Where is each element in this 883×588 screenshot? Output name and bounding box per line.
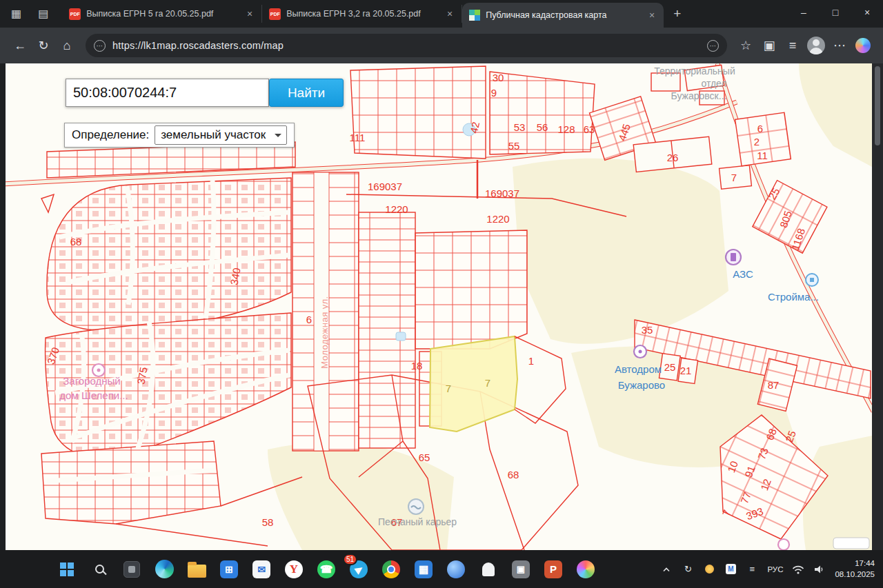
edge-icon <box>155 560 174 578</box>
chrome-icon <box>382 560 400 578</box>
powerpoint-icon: P <box>544 560 562 578</box>
settings-menu-icon[interactable]: ⋯ <box>828 34 851 57</box>
tray-yellow-icon[interactable] <box>703 563 715 576</box>
wifi-icon[interactable] <box>792 563 804 576</box>
browser-tab-bar: ▦ ▤ PDF Выписка ЕГРН 5 га 20.05.25.pdf ×… <box>0 0 883 28</box>
date-text: 08.10.2025 <box>835 569 875 580</box>
mail-icon: ✉ <box>252 560 270 578</box>
app-file-explorer[interactable] <box>183 556 210 583</box>
yandex-icon: Y <box>285 560 303 578</box>
new-tab-button[interactable]: + <box>664 6 691 21</box>
app-blue-circle[interactable] <box>443 556 469 583</box>
app-yandex[interactable]: Y <box>281 556 307 583</box>
tab-pdf-2[interactable]: PDF Выписка ЕГРН 3,2 га 20.05.25.pdf × <box>262 5 462 23</box>
map-favicon <box>469 10 480 21</box>
site-info-icon[interactable]: ⋯ <box>94 40 106 52</box>
app-grey[interactable]: ▣ <box>508 556 534 583</box>
grey-app-icon: ▣ <box>512 560 530 578</box>
pond <box>463 123 475 136</box>
windows-logo-icon <box>60 562 74 576</box>
app-mail[interactable]: ✉ <box>248 556 275 583</box>
pdf-icon: PDF <box>269 8 281 20</box>
chevron-down-icon <box>275 134 281 141</box>
definition-filter: Определение: земельный участок <box>64 123 295 148</box>
browser-toolbar: ← ↻ ⌂ ⋯ https://lk1map.roscadasters.com/… <box>0 28 883 63</box>
poi-quarry-icon[interactable] <box>408 499 424 514</box>
store-icon: ⊞ <box>220 560 238 578</box>
poi-store-icon[interactable] <box>806 274 818 286</box>
avatar <box>807 37 825 54</box>
search-button[interactable]: Найти <box>269 79 344 107</box>
home-icon[interactable]: ⌂ <box>55 34 79 57</box>
search-icon <box>95 565 104 574</box>
tab-close-icon[interactable]: × <box>647 10 657 21</box>
system-tray: ↻ М ≡ РУС 17:44 08.10.2025 <box>660 558 883 580</box>
map-viewport[interactable]: 3091114253555612863445267621125805116816… <box>6 63 872 550</box>
notification-badge: 51 <box>343 554 357 565</box>
app-ghost[interactable] <box>475 556 502 583</box>
clock[interactable]: 17:44 08.10.2025 <box>835 558 875 580</box>
pdf-icon: PDF <box>69 8 81 20</box>
taskbar: ⊞ ✉ Y ☎ ▶ 51 ▦ ▣ P ↻ М ≡ РУС 17:44 08.1 <box>0 550 883 588</box>
search-input[interactable] <box>66 79 269 107</box>
workspaces-icon[interactable]: ▦ <box>11 8 21 19</box>
bookmark-star-icon[interactable]: ☆ <box>734 34 757 57</box>
scrollbar-thumb[interactable] <box>875 66 880 145</box>
app-edge[interactable] <box>151 556 177 583</box>
tab-label: Выписка ЕГРН 3,2 га 20.05.25.pdf <box>286 9 439 19</box>
task-view-button[interactable] <box>119 556 145 583</box>
palette-icon <box>577 560 595 578</box>
folder-icon <box>188 565 206 578</box>
tab-close-icon[interactable]: × <box>445 8 455 19</box>
task-view-icon <box>123 561 140 578</box>
poi-autodrome-icon[interactable] <box>634 345 646 358</box>
close-button[interactable]: × <box>851 0 883 25</box>
favorites-bar-icon[interactable]: ≡ <box>781 34 804 57</box>
map-search: Найти <box>66 79 344 107</box>
tray-menu-icon[interactable]: ≡ <box>746 563 758 576</box>
desktop: { "browser": { "tabs": [ { "label": "Вып… <box>0 0 883 588</box>
page-scrollbar[interactable] <box>872 63 883 550</box>
tab-label: Выписка ЕГРН 5 га 20.05.25.pdf <box>86 9 239 19</box>
back-icon[interactable]: ← <box>8 34 32 57</box>
app-table-grid[interactable]: ▦ <box>410 556 437 583</box>
language-indicator[interactable]: РУС <box>767 565 783 574</box>
whatsapp-icon: ☎ <box>317 560 335 578</box>
poi-pink-icon[interactable] <box>778 539 789 550</box>
app-chrome[interactable] <box>378 556 404 583</box>
tab-label: Публичная кадастровая карта <box>486 10 642 20</box>
app-powerpoint[interactable]: P <box>540 556 566 583</box>
browser-essentials-icon[interactable]: ▣ <box>757 34 781 57</box>
vertical-tabs-icon[interactable]: ▤ <box>38 8 48 19</box>
volume-icon[interactable] <box>813 563 826 576</box>
ghost-app-icon <box>482 562 495 576</box>
tab-cadastral-map[interactable]: Публичная кадастровая карта × <box>462 3 664 28</box>
time-text: 17:44 <box>835 558 875 569</box>
app-telegram[interactable]: ▶ 51 <box>346 556 372 583</box>
start-button[interactable] <box>54 556 80 583</box>
minimize-button[interactable]: – <box>788 0 820 25</box>
app-whatsapp[interactable]: ☎ <box>313 556 339 583</box>
tray-sync-icon[interactable]: ↻ <box>682 563 694 576</box>
maximize-button[interactable]: □ <box>820 0 851 25</box>
taskbar-search-button[interactable] <box>86 556 112 583</box>
copilot-icon[interactable] <box>851 34 875 57</box>
profile-avatar[interactable] <box>804 34 828 57</box>
poi-country-house-icon[interactable] <box>92 364 105 376</box>
filter-label: Определение: <box>72 128 149 142</box>
app-store[interactable]: ⊞ <box>216 556 242 583</box>
address-bar[interactable]: ⋯ https://lk1map.roscadasters.com/map ⋯ <box>86 34 727 57</box>
tab-close-icon[interactable]: × <box>245 8 255 19</box>
tab-pdf-1[interactable]: PDF Выписка ЕГРН 5 га 20.05.25.pdf × <box>62 5 262 23</box>
url-text[interactable]: https://lk1map.roscadasters.com/map <box>112 40 284 51</box>
blue-app-icon <box>447 560 465 578</box>
tray-metrics-icon[interactable]: М <box>724 563 737 576</box>
tray-expand-icon[interactable] <box>660 563 673 576</box>
refresh-icon[interactable]: ↻ <box>32 34 55 57</box>
site-permissions-icon[interactable]: ⋯ <box>707 40 719 52</box>
grid-app-icon: ▦ <box>415 560 433 578</box>
poi-gas-station-icon[interactable] <box>726 250 741 265</box>
app-paint[interactable] <box>573 556 599 583</box>
definition-select[interactable]: земельный участок <box>155 125 287 145</box>
map-control[interactable] <box>833 538 869 549</box>
